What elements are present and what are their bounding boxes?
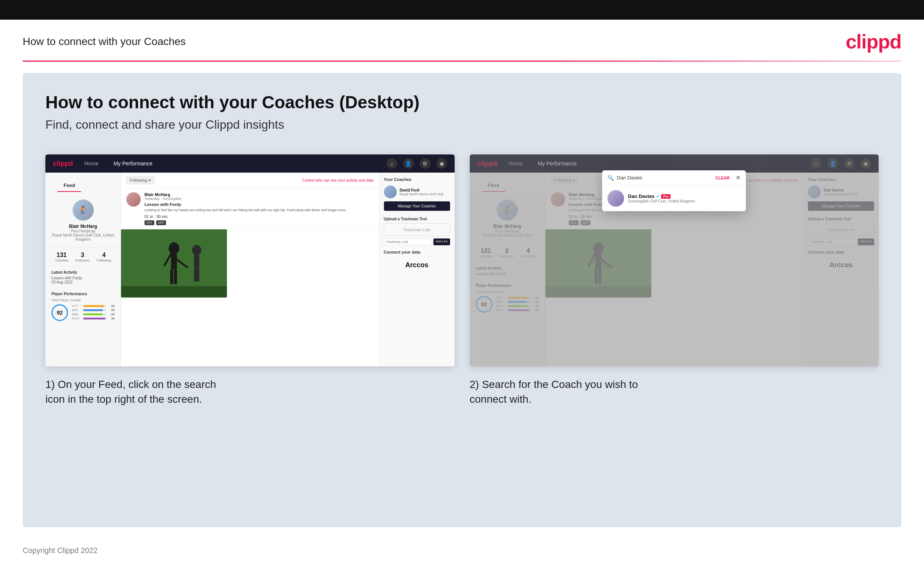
main-content: How to connect with your Coaches (Deskto… bbox=[23, 73, 901, 527]
lesson-info: Blair McHarg Yesterday · Sunningdale Les… bbox=[144, 192, 374, 225]
lesson-image bbox=[121, 229, 227, 297]
user-club: Royal North Devon Golf Club, United King… bbox=[52, 233, 115, 242]
step1-desc: On your Feed, click on the searchicon in… bbox=[45, 378, 216, 405]
result-club: Sunningdale Golf Club, United Kingdom bbox=[628, 199, 695, 203]
coach-info: David Ford Royal North Devon Golf Club bbox=[400, 188, 443, 196]
main-subheading: Find, connect and share your Clippd insi… bbox=[45, 118, 879, 132]
nav-my-performance[interactable]: My Performance bbox=[110, 159, 156, 168]
trackman-input[interactable] bbox=[384, 239, 432, 245]
clear-button[interactable]: CLEAR bbox=[715, 175, 730, 180]
lesson-desc: Looking to feel like my hands are exitin… bbox=[144, 208, 374, 213]
lesson-tags: OTT APP bbox=[144, 220, 374, 225]
stat-following-label: Following bbox=[97, 258, 111, 262]
avatar: 🏌 bbox=[73, 200, 94, 221]
search-modal: 🔍 Dan Davies CLEAR ✕ Dan Davies ✓ Pro bbox=[602, 170, 746, 211]
trackman-box: Trackman Link bbox=[384, 223, 450, 236]
manage-coaches-btn[interactable]: Manage Your Coaches bbox=[384, 201, 450, 211]
screenshot-1-col: clippd Home My Performance ⌕ 👤 ⚙ ◉ bbox=[45, 154, 455, 406]
stat-followers: 3 Followers bbox=[75, 252, 90, 262]
user-handicap: Plus Handicap bbox=[71, 229, 95, 233]
lesson-title: Lesson with Fordy bbox=[144, 202, 374, 207]
pro-badge: Pro bbox=[661, 194, 671, 199]
player-performance: Player Performance Total Player Quality … bbox=[45, 288, 121, 325]
upload-section: Upload a Trackman Test Trackman Link Add… bbox=[384, 217, 450, 245]
svg-rect-3 bbox=[171, 254, 177, 269]
result-avatar bbox=[607, 190, 624, 207]
upload-title: Upload a Trackman Test bbox=[384, 217, 450, 221]
svg-rect-1 bbox=[121, 286, 227, 297]
connect-data-title: Connect your data bbox=[384, 250, 450, 254]
stats-row: 131 Activities 3 Followers 4 Following bbox=[45, 248, 121, 266]
stat-following: 4 Following bbox=[97, 252, 111, 262]
add-link-btn[interactable]: Add Link bbox=[434, 239, 450, 245]
step2-desc: Search for the Coach you wish toconnect … bbox=[470, 378, 638, 405]
coach-item: David Ford Royal North Devon Golf Club bbox=[384, 185, 450, 198]
trackman-input-row: Add Link bbox=[384, 239, 450, 245]
user-card: 🏌 Blair McHarg Plus Handicap Royal North… bbox=[45, 193, 121, 248]
coach-avatar bbox=[384, 185, 397, 198]
stat-activities: 131 Activities bbox=[55, 252, 68, 262]
bar-ott: OTT 90 bbox=[72, 304, 115, 308]
control-link[interactable]: Control who can see your activity and da… bbox=[302, 178, 373, 182]
screenshot-1-frame: clippd Home My Performance ⌕ 👤 ⚙ ◉ bbox=[45, 154, 455, 366]
connect-data: Connect your data Arccos bbox=[384, 250, 450, 272]
footer: Copyright Clippd 2022 bbox=[0, 539, 924, 562]
latest-activity-date: 03 Aug 2022 bbox=[52, 280, 115, 284]
settings-icon[interactable]: ⚙ bbox=[420, 158, 430, 169]
search-result[interactable]: Dan Davies ✓ Pro Sunningdale Golf Club, … bbox=[602, 185, 746, 211]
feed-tab[interactable]: Feed bbox=[58, 179, 81, 192]
coach-name: David Ford bbox=[400, 188, 443, 192]
top-bar bbox=[0, 0, 924, 19]
lesson-sub: Yesterday · Sunningdale bbox=[144, 197, 374, 201]
svg-point-8 bbox=[192, 245, 201, 255]
result-info: Dan Davies ✓ Pro Sunningdale Golf Club, … bbox=[628, 193, 695, 203]
following-bar: Following ▾ Control who can see your act… bbox=[121, 173, 379, 188]
step2-number: 2) bbox=[470, 378, 479, 390]
app-navbar-1: clippd Home My Performance ⌕ 👤 ⚙ ◉ bbox=[45, 154, 455, 173]
coaches-title: Your Coaches bbox=[384, 177, 450, 182]
coach-club: Royal North Devon Golf Club bbox=[400, 192, 443, 196]
bar-arg: ARG 86 bbox=[72, 313, 115, 316]
bar-app: APP 85 bbox=[72, 308, 115, 312]
header: How to connect with your Coaches clippd bbox=[0, 19, 924, 60]
step2-text: 2) Search for the Coach you wish toconne… bbox=[470, 377, 879, 406]
nav-icons: ⌕ 👤 ⚙ ◉ bbox=[387, 158, 447, 169]
golfer-svg bbox=[121, 229, 227, 297]
step1-number: 1) bbox=[45, 378, 55, 390]
nav-home[interactable]: Home bbox=[81, 159, 102, 168]
bar-putt: PUTT 96 bbox=[72, 317, 115, 320]
golfer-silhouette bbox=[121, 229, 227, 297]
latest-activity-text: Lesson with Fordy bbox=[52, 276, 115, 280]
copyright: Copyright Clippd 2022 bbox=[23, 546, 97, 555]
quality-row: 92 OTT 90 APP bbox=[52, 304, 115, 321]
svg-rect-11 bbox=[197, 268, 199, 282]
profile-icon[interactable]: 👤 bbox=[403, 158, 414, 169]
svg-rect-9 bbox=[194, 255, 199, 268]
stat-followers-label: Followers bbox=[75, 258, 90, 262]
close-search-button[interactable]: ✕ bbox=[736, 174, 741, 181]
svg-point-2 bbox=[169, 242, 179, 254]
page-title: How to connect with your Coaches bbox=[23, 36, 186, 48]
avatar-icon[interactable]: ◉ bbox=[437, 158, 447, 169]
app-logo-1: clippd bbox=[53, 160, 73, 168]
following-btn[interactable]: Following ▾ bbox=[126, 176, 154, 184]
arccos-logo: Arccos bbox=[384, 258, 450, 272]
clippd-logo: clippd bbox=[846, 30, 901, 53]
svg-rect-6 bbox=[170, 269, 173, 284]
app-left-panel: Feed 🏌 Blair McHarg Plus Handicap Royal … bbox=[45, 173, 121, 366]
tag-app: APP bbox=[156, 220, 166, 225]
lesson-coach-name: Blair McHarg bbox=[144, 192, 374, 197]
lesson-card: Blair McHarg Yesterday · Sunningdale Les… bbox=[121, 188, 379, 229]
search-input-value[interactable]: Dan Davies bbox=[617, 175, 712, 180]
screenshots-row: clippd Home My Performance ⌕ 👤 ⚙ ◉ bbox=[45, 154, 879, 406]
result-name: Dan Davies ✓ Pro bbox=[628, 193, 695, 199]
header-divider bbox=[23, 60, 901, 62]
lesson-duration: 01 hr : 30 min bbox=[144, 214, 374, 219]
quality-label: Total Player Quality bbox=[52, 298, 115, 302]
search-icon[interactable]: ⌕ bbox=[387, 158, 397, 169]
main-heading: How to connect with your Coaches (Deskto… bbox=[45, 92, 879, 112]
lesson-avatar bbox=[126, 192, 141, 207]
verified-icon: ✓ bbox=[656, 194, 660, 199]
latest-activity-title: Latest Activity bbox=[52, 270, 115, 274]
step1-text: 1) On your Feed, click on the searchicon… bbox=[45, 377, 455, 406]
